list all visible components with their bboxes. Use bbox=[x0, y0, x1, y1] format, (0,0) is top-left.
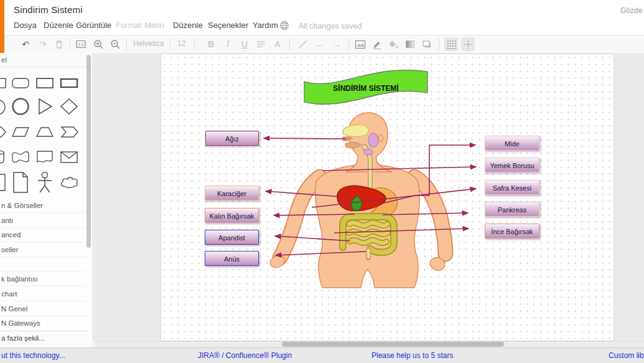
label-kalin-bagirsak[interactable]: Kalın Bağırsak bbox=[205, 208, 259, 223]
user-name[interactable]: Gözde Y bbox=[620, 6, 644, 15]
canvas-hscrollbar-thumb[interactable] bbox=[282, 342, 504, 347]
font-family-select: Helvetica bbox=[133, 39, 164, 48]
shape-actor[interactable] bbox=[35, 171, 55, 194]
label-pankreas[interactable]: Pankreas bbox=[485, 202, 539, 217]
sidebar-section-blank[interactable] bbox=[0, 258, 86, 272]
shape-sidebar: el n bbox=[0, 53, 93, 347]
sidebar-section-bpmn-gateways[interactable]: N Gateways bbox=[0, 316, 86, 331]
menu-text: Metin bbox=[144, 21, 164, 30]
undo-icon[interactable]: ↶ bbox=[19, 37, 32, 51]
trash-icon bbox=[52, 37, 66, 51]
accent-bar bbox=[0, 0, 4, 53]
guides-icon[interactable] bbox=[461, 37, 475, 51]
toolbar-separator bbox=[289, 38, 290, 50]
svg-text:1:1: 1:1 bbox=[78, 42, 83, 47]
sidebar-section-advanced[interactable]: anced bbox=[0, 228, 86, 242]
menu-options[interactable]: Seçenekler bbox=[208, 21, 248, 30]
label-ince-bagirsak[interactable]: İnce Bağırsak bbox=[485, 224, 539, 238]
shape-trapezoid[interactable] bbox=[35, 124, 55, 140]
shape-step[interactable] bbox=[59, 124, 79, 140]
label-karaciger[interactable]: Karaciğer bbox=[205, 186, 259, 200]
menu-file[interactable]: Dosya bbox=[14, 21, 37, 30]
sidebar-section-images[interactable]: n & Görseller bbox=[0, 199, 86, 213]
toolbar-separator bbox=[170, 38, 170, 50]
footer-link-custom-libraries[interactable]: Custom libr bbox=[609, 351, 644, 360]
label-apandist[interactable]: Apandist bbox=[205, 230, 259, 245]
menu-arrange[interactable]: Düzenle bbox=[173, 21, 203, 30]
shape-document[interactable] bbox=[35, 148, 55, 164]
label-safra-kesesi[interactable]: Safra Kesesi bbox=[485, 180, 539, 195]
grid-icon[interactable] bbox=[444, 37, 458, 51]
arrow-agiz[interactable] bbox=[264, 138, 346, 139]
toolbar-separator bbox=[126, 38, 127, 50]
menu-format: Format bbox=[116, 21, 141, 30]
font-size-select: 12 bbox=[177, 39, 185, 48]
menu-edit[interactable]: Düzenle bbox=[44, 21, 73, 30]
footer-link-rate-us[interactable]: Please help us to 5 stars bbox=[371, 351, 453, 360]
shape-note[interactable] bbox=[11, 171, 30, 194]
line-icon bbox=[296, 37, 310, 51]
zoom-out-icon[interactable] bbox=[108, 37, 122, 51]
redo-icon: ↷ bbox=[36, 37, 50, 51]
shape-ellipse-cut[interactable] bbox=[0, 98, 7, 114]
sidebar-section-bpmn-general[interactable]: N Genel bbox=[0, 302, 86, 316]
label-yemek-borusu[interactable]: Yemek Borusu bbox=[485, 158, 539, 172]
menu-help[interactable]: Yardım bbox=[253, 21, 278, 30]
label-anus[interactable]: Anüs bbox=[205, 251, 259, 266]
sidebar-scrollbar[interactable] bbox=[86, 55, 91, 248]
shape-diamond[interactable] bbox=[59, 97, 79, 116]
more-shapes-button[interactable]: a fazla şekil... bbox=[0, 331, 88, 345]
shape-process[interactable] bbox=[59, 75, 79, 92]
document-title[interactable]: Sindirim Sistemi bbox=[14, 4, 83, 15]
arrow-left-icon: ← bbox=[313, 37, 327, 51]
italic-icon: I bbox=[221, 37, 235, 51]
shadow-icon bbox=[420, 37, 434, 51]
footer-bar: ut this technology... JIRA® / Confluence… bbox=[0, 347, 644, 363]
shape-palette bbox=[0, 69, 86, 197]
footer-link-jira-plugin[interactable]: JIRA® / Confluence® Plugin bbox=[198, 351, 292, 360]
footer-link-technology[interactable]: ut this technology... bbox=[1, 351, 65, 360]
edit-style-icon[interactable] bbox=[370, 37, 384, 51]
fill-color-icon bbox=[386, 37, 400, 51]
shape-rectangle[interactable] bbox=[35, 75, 55, 92]
app-window: Sindirim Sistemi Gözde Y Dosya Düzenle G… bbox=[0, 0, 644, 363]
font-color-icon: A bbox=[271, 37, 284, 51]
menu-view[interactable]: Görüntüle bbox=[76, 21, 111, 30]
shape-card-cut[interactable] bbox=[0, 172, 7, 188]
sidebar-section-link[interactable]: antı bbox=[0, 214, 86, 228]
zoom-in-icon[interactable] bbox=[91, 37, 105, 51]
shape-cylinder-cut[interactable] bbox=[0, 148, 7, 164]
shape-parallelogram[interactable] bbox=[11, 124, 30, 140]
globe-icon[interactable] bbox=[279, 21, 289, 33]
banner-title[interactable]: SİNDİRİM SİSTEMİ bbox=[304, 80, 427, 97]
shape-section-header[interactable]: el bbox=[0, 53, 92, 67]
shape-triangle[interactable] bbox=[35, 97, 55, 116]
sidebar-section-visuals[interactable]: seller bbox=[0, 243, 86, 257]
image-icon[interactable] bbox=[353, 37, 367, 51]
toolbar-separator bbox=[439, 38, 439, 50]
label-mide[interactable]: Mide bbox=[485, 136, 539, 151]
shape-rounded-rectangle[interactable] bbox=[11, 75, 30, 92]
toolbar: ↶ ↷ 1:1 Helvetica 12 B I U A ← → bbox=[4, 35, 644, 54]
shape-cloud[interactable] bbox=[59, 175, 79, 191]
shape-circle[interactable] bbox=[11, 97, 30, 116]
shape-wave[interactable] bbox=[11, 148, 30, 164]
gradient-icon bbox=[403, 37, 417, 51]
label-agiz[interactable]: Ağız bbox=[205, 131, 259, 146]
align-icon bbox=[254, 37, 268, 51]
sidebar-section-network[interactable]: k bağlantısı bbox=[0, 272, 86, 286]
toolbar-separator bbox=[194, 38, 195, 50]
toolbar-separator bbox=[70, 38, 70, 50]
save-status: All changes saved bbox=[299, 22, 362, 31]
shape-chevron-cut[interactable] bbox=[0, 124, 7, 140]
arrow-right-icon: → bbox=[330, 37, 343, 51]
bold-icon: B bbox=[204, 37, 218, 51]
underline-icon: U bbox=[238, 37, 251, 51]
fit-page-icon[interactable]: 1:1 bbox=[74, 37, 88, 51]
toolbar-separator bbox=[348, 38, 349, 50]
shape-rectangle-cut[interactable] bbox=[0, 75, 7, 92]
sidebar-section-flowchart[interactable]: chart bbox=[0, 287, 86, 301]
shape-envelope[interactable] bbox=[59, 148, 79, 164]
